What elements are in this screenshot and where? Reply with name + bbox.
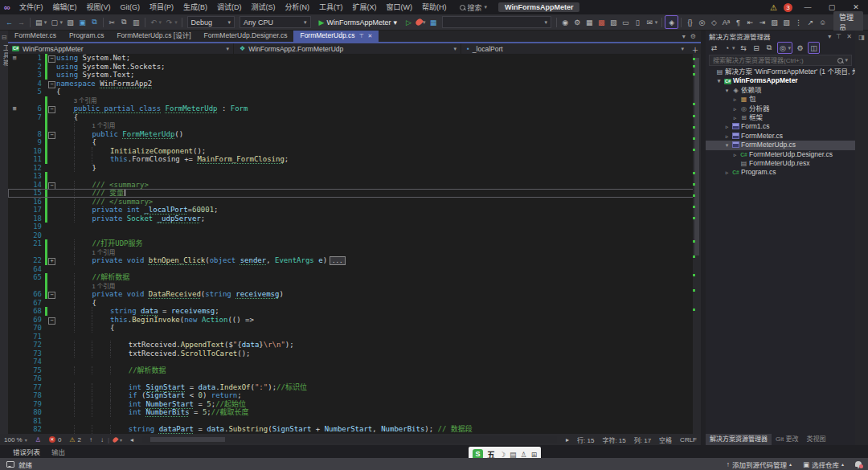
panel-tab-类视图[interactable]: 类视图 xyxy=(802,434,829,445)
indent-increase-icon[interactable]: ⇥ xyxy=(756,16,768,28)
menu-item-12[interactable]: 窗口(W) xyxy=(382,0,418,14)
pin-icon[interactable]: ⊤ xyxy=(836,33,841,40)
close-icon[interactable]: ✕ xyxy=(368,31,373,40)
code-line-73[interactable]: 73txtReceived.ScrollToCaret(); xyxy=(8,349,701,358)
status-col[interactable]: 列: 17 xyxy=(630,435,655,444)
new-project-icon[interactable]: ▤▾ xyxy=(33,16,49,28)
paste-icon[interactable]: ▥ xyxy=(130,16,142,28)
code-line-70[interactable]: 70{ xyxy=(8,324,701,333)
nav-forward-icon[interactable]: → xyxy=(15,16,27,28)
select-repository-button[interactable]: ▣ 选择仓库 ▴ xyxy=(803,460,844,469)
zoom-select[interactable]: 100 %▾ xyxy=(0,436,31,443)
toolbox-icon[interactable]: ▩ xyxy=(596,16,608,28)
code-line-20[interactable]: 20 xyxy=(8,231,701,240)
code-line-69[interactable]: 69−this.BeginInvoke(new Action(() => xyxy=(8,316,701,325)
fold-margin[interactable]: − xyxy=(47,290,56,299)
uncomment-icon[interactable]: ▧ xyxy=(780,16,792,28)
code-line-15[interactable]: 15/// 变量 xyxy=(8,189,701,198)
solution-search-box[interactable]: ▾ xyxy=(709,55,852,66)
tree-item-FormMeterUdp.cs[interactable]: ▾FormMeterUdp.cs xyxy=(706,141,855,149)
codelens-row[interactable]: 3 个引用 xyxy=(8,96,701,105)
code-cleanup-icon[interactable]: ◎ xyxy=(696,16,708,28)
code-line-3[interactable]: 3using System.Text; xyxy=(8,71,701,80)
document-tab-FormMeterUdp.cs-[interactable]: FormMeterUdp.cs [设计] xyxy=(110,31,197,42)
menu-item-5[interactable]: 项目(P) xyxy=(145,0,178,14)
save-all-icon[interactable]: ⧉ xyxy=(88,16,100,28)
keyboard-icon[interactable]: ▤ xyxy=(510,451,517,459)
code-line-75[interactable]: 75//解析数据 xyxy=(8,366,701,375)
menu-item-1[interactable]: 文件(F) xyxy=(14,0,48,14)
code-line-79[interactable]: 79int NumberStart = 5;//起始位 xyxy=(8,400,701,409)
maximize-button[interactable]: ▢ xyxy=(823,3,841,11)
scrollbar-thumb[interactable] xyxy=(150,437,225,442)
project-dropdown[interactable]: C# WinFormsAppMeter ▾ xyxy=(8,43,234,54)
code-line-10[interactable]: 10InitializeComponent(); xyxy=(8,147,701,156)
notifications-bell-icon[interactable] xyxy=(855,461,862,467)
hscroll-left-arrow[interactable]: ◂ xyxy=(126,436,137,443)
code-line-71[interactable]: 71 xyxy=(8,333,701,341)
sync-with-active-document-icon[interactable]: ⇆ xyxy=(739,43,749,53)
code-line-18[interactable]: 18private Socket _udpServer; xyxy=(8,215,701,223)
start-without-debug-icon[interactable]: ▷ xyxy=(403,16,415,28)
code-line-78[interactable]: 78if (SignStart < 0) return; xyxy=(8,391,701,400)
copilot-icon[interactable]: ◈ xyxy=(665,15,678,29)
show-all-files-icon[interactable]: ⧉ xyxy=(764,43,775,53)
code-line-65[interactable]: 65//解析数据 xyxy=(8,273,701,282)
collapsed-arrow-icon[interactable]: ▹ xyxy=(723,132,731,141)
new-file-icon[interactable]: ▢▾ xyxy=(48,16,64,28)
tree-item-解决方案-WinFormsAppMeter-1-个项目-共-1-个-[interactable]: ▤解决方案 'WinFormsAppMeter' (1 个项目, 共 1 个) xyxy=(706,67,855,76)
undo-icon[interactable]: ↶▾ xyxy=(148,16,164,28)
status-eol[interactable]: CRLF xyxy=(676,436,701,443)
codelens-row[interactable]: 1 个引用 xyxy=(8,121,701,130)
close-button[interactable]: ✕ xyxy=(847,3,865,11)
preview-selected-items-icon[interactable]: ◫ xyxy=(808,42,820,54)
server-explorer-tab-icon[interactable]: ⊟ xyxy=(0,34,8,41)
fold-margin[interactable]: − xyxy=(47,316,56,325)
prev-issue-button[interactable]: ↑ xyxy=(85,436,96,443)
tree-item-FormMeterUdp.Designer.cs[interactable]: ▹C#FormMeterUdp.Designer.cs xyxy=(706,150,855,159)
code-line-14[interactable]: 14−/// <summary> xyxy=(8,181,701,190)
hot-reload-icon[interactable]: ▾ xyxy=(415,16,428,28)
tree-item-依赖项[interactable]: ▾◈依赖项 xyxy=(706,86,855,95)
tab-list-chevron-icon[interactable]: ▾ xyxy=(682,33,686,40)
fold-margin[interactable]: + xyxy=(47,256,56,265)
collapsed-arrow-icon[interactable]: ▹ xyxy=(731,95,739,104)
tree-item-Program.cs[interactable]: ▹C#Program.cs xyxy=(706,168,855,177)
task-list-icon[interactable]: ▯ xyxy=(632,16,644,28)
tree-item-FormMeterUdp.resx[interactable]: ▤FormMeterUdp.resx xyxy=(706,159,855,168)
copy-icon[interactable]: ⧉ xyxy=(118,16,130,28)
menu-item-3[interactable]: 视图(V) xyxy=(82,0,116,14)
switch-views-icon[interactable]: ⇄ xyxy=(709,43,719,53)
code-line-4[interactable]: 4−namespace WinFormsApp2 xyxy=(8,80,701,88)
close-icon[interactable]: ✕ xyxy=(846,33,852,40)
cut-icon[interactable]: ✂ xyxy=(106,16,118,28)
document-tab-FormMeterUdp.Designer.cs[interactable]: FormMeterUdp.Designer.cs xyxy=(198,31,294,42)
tree-item-FormMeter.cs[interactable]: ▹FormMeter.cs xyxy=(706,132,855,141)
codelens-references[interactable]: 1 个引用 xyxy=(92,249,115,256)
toolbox-grid-icon[interactable]: ⊞ xyxy=(531,451,538,459)
fold-margin[interactable]: − xyxy=(47,80,56,88)
split-window-button[interactable]: ＋ xyxy=(690,44,701,54)
code-line-68[interactable]: 68string data = receivemsg; xyxy=(8,307,701,316)
warning-count[interactable]: ⚠ 2 xyxy=(65,436,85,443)
code-line-16[interactable]: 16/// </summary> xyxy=(8,198,701,206)
code-line-67[interactable]: 67{ xyxy=(8,299,701,308)
moon-icon[interactable]: ☽ xyxy=(499,451,506,459)
type-dropdown[interactable]: ❖ WinFormsApp2.FormMeterUdp ▾ xyxy=(235,43,461,54)
notification-badge[interactable]: 3 xyxy=(784,3,792,12)
fold-margin[interactable]: − xyxy=(47,104,56,113)
menu-item-4[interactable]: Git(G) xyxy=(116,0,145,14)
warning-icon[interactable]: ⚠ xyxy=(770,3,777,12)
document-tab-FormMeterUdp.cs[interactable]: FormMeterUdp.cs⊤✕ xyxy=(293,31,379,42)
code-line-2[interactable]: 2using System.Net.Sockets; xyxy=(8,63,701,72)
status-line[interactable]: 行: 15 xyxy=(573,435,598,444)
code-line-6[interactable]: ▦6−public partial class FormMeterUdp : F… xyxy=(8,104,701,113)
track-active-item-icon[interactable]: ◎▾ xyxy=(777,42,793,54)
code-editor[interactable]: ▤1−using System.Net;2using System.Net.So… xyxy=(8,54,701,434)
whitespace-icon[interactable]: ¶ xyxy=(732,16,744,28)
codelens-references[interactable]: 1 个引用 xyxy=(92,122,115,129)
tree-item-包[interactable]: ▹▦包 xyxy=(706,95,855,104)
status-spaces[interactable]: 空格 xyxy=(655,435,676,444)
codelens-row[interactable]: 1 个引用 xyxy=(8,248,701,257)
save-icon[interactable]: ▣ xyxy=(76,16,88,28)
